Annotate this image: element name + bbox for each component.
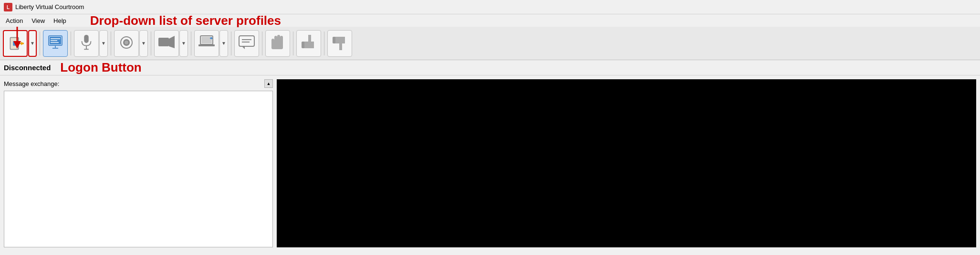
separator-1 <box>40 32 40 55</box>
connect-icon <box>7 35 24 52</box>
left-panel: Message exchange: ▲ <box>0 75 277 251</box>
svg-rect-38 <box>333 37 335 43</box>
separator-4 <box>151 32 151 55</box>
window-title: Liberty Virtual Courtroom <box>15 3 84 11</box>
screenshare-icon <box>157 34 176 53</box>
raise-hand-icon <box>270 34 286 53</box>
separator-9 <box>324 32 324 55</box>
message-exchange-label: Message exchange: <box>4 80 59 87</box>
svg-point-20 <box>125 41 128 44</box>
svg-rect-21 <box>158 38 169 46</box>
separator-8 <box>293 32 293 55</box>
svg-rect-28 <box>239 36 254 46</box>
separator-3 <box>111 32 111 55</box>
presentation-group <box>43 30 68 57</box>
microphone-group: ▼ <box>74 30 108 57</box>
status-bar: Disconnected Logon Button <box>0 60 980 75</box>
title-bar: L Liberty Virtual Courtroom <box>0 0 980 14</box>
separator-6 <box>231 32 231 55</box>
separator-7 <box>262 32 262 55</box>
logon-group: ▼ <box>3 30 37 57</box>
laptop-group: ▼ <box>194 30 228 57</box>
chat-icon <box>238 34 255 53</box>
menu-help[interactable]: Help <box>50 16 70 26</box>
raise-hand-button[interactable] <box>265 30 290 57</box>
presentation-icon <box>47 34 64 53</box>
chat-group <box>234 30 259 57</box>
laptop-dropdown-button[interactable]: ▼ <box>219 30 228 57</box>
camera-group: ▼ <box>114 30 148 57</box>
raise-hand-group <box>265 30 290 57</box>
svg-rect-36 <box>271 43 283 49</box>
thumbs-up-group <box>296 30 321 57</box>
app-icon: L <box>4 3 12 11</box>
connection-status: Disconnected <box>4 64 51 72</box>
scroll-up-button[interactable]: ▲ <box>264 79 273 88</box>
logon-button[interactable] <box>3 30 28 57</box>
screenshare-chevron-icon: ▼ <box>181 41 186 46</box>
video-panel <box>277 79 976 247</box>
main-content: Message exchange: ▲ <box>0 75 980 251</box>
screenshare-button[interactable] <box>154 30 179 57</box>
camera-chevron-icon: ▼ <box>141 41 146 46</box>
camera-button[interactable] <box>114 30 139 57</box>
thumbs-up-button[interactable] <box>296 30 321 57</box>
thumbs-down-icon <box>332 34 348 53</box>
microphone-dropdown-button[interactable]: ▼ <box>99 30 108 57</box>
message-exchange-header: Message exchange: ▲ <box>4 79 273 88</box>
svg-rect-15 <box>84 35 88 43</box>
thumbs-down-button[interactable] <box>327 30 352 57</box>
chevron-down-icon: ▼ <box>30 41 35 46</box>
dropdown-annotation: Drop-down list of server profiles <box>90 13 281 28</box>
svg-rect-37 <box>302 42 304 48</box>
message-exchange-box[interactable] <box>4 91 273 247</box>
menu-view[interactable]: View <box>28 16 49 26</box>
separator-5 <box>191 32 191 55</box>
screenshare-dropdown-button[interactable]: ▼ <box>179 30 188 57</box>
microphone-button[interactable] <box>74 30 99 57</box>
scroll-up-icon: ▲ <box>267 81 271 86</box>
laptop-icon <box>198 34 216 53</box>
presentation-button[interactable] <box>43 30 68 57</box>
microphone-icon <box>79 34 94 53</box>
svg-rect-6 <box>13 41 17 45</box>
menu-action[interactable]: Action <box>2 16 27 26</box>
svg-text:L: L <box>7 5 10 10</box>
laptop-chevron-icon: ▼ <box>221 41 226 46</box>
laptop-button[interactable] <box>194 30 219 57</box>
toolbar: ▼ <box>0 27 980 60</box>
thumbs-up-icon <box>301 34 317 53</box>
logon-dropdown-button[interactable]: ▼ <box>28 30 37 57</box>
svg-marker-5 <box>21 42 24 45</box>
mic-chevron-icon: ▼ <box>101 41 106 46</box>
logon-annotation: Logon Button <box>60 60 141 75</box>
svg-rect-25 <box>198 44 215 46</box>
separator-2 <box>71 32 71 55</box>
svg-marker-22 <box>169 36 175 48</box>
camera-icon <box>118 34 135 53</box>
camera-dropdown-button[interactable]: ▼ <box>139 30 148 57</box>
chat-button[interactable] <box>234 30 259 57</box>
thumbs-down-group <box>327 30 352 57</box>
screenshare-group: ▼ <box>154 30 188 57</box>
menu-bar: Action View Help Drop-down list of serve… <box>0 14 980 27</box>
